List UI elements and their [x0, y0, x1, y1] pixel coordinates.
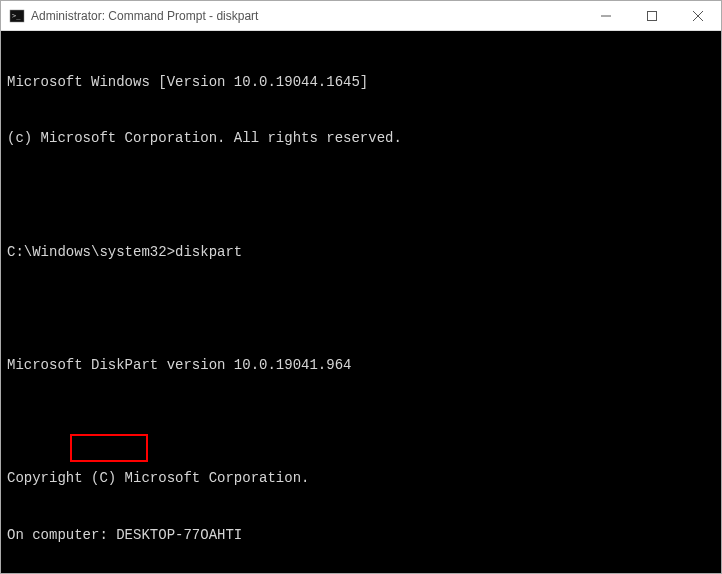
terminal-line: Copyright (C) Microsoft Corporation. [7, 469, 715, 488]
close-button[interactable] [675, 1, 721, 30]
annotation-highlight [70, 434, 148, 462]
svg-rect-3 [648, 11, 657, 20]
minimize-button[interactable] [583, 1, 629, 30]
app-icon: >_ [9, 8, 25, 24]
window-title: Administrator: Command Prompt - diskpart [31, 9, 583, 23]
terminal-line: Microsoft Windows [Version 10.0.19044.16… [7, 73, 715, 92]
terminal-line [7, 186, 715, 205]
command-prompt-window: >_ Administrator: Command Prompt - diskp… [0, 0, 722, 574]
titlebar[interactable]: >_ Administrator: Command Prompt - diskp… [1, 1, 721, 31]
terminal-area[interactable]: Microsoft Windows [Version 10.0.19044.16… [1, 31, 721, 573]
terminal-line [7, 299, 715, 318]
terminal-line [7, 413, 715, 432]
terminal-line: On computer: DESKTOP-77OAHTI [7, 526, 715, 545]
terminal-line: Microsoft DiskPart version 10.0.19041.96… [7, 356, 715, 375]
maximize-button[interactable] [629, 1, 675, 30]
terminal-line: C:\Windows\system32>diskpart [7, 243, 715, 262]
svg-text:>_: >_ [12, 12, 21, 20]
window-controls [583, 1, 721, 30]
terminal-line: (c) Microsoft Corporation. All rights re… [7, 129, 715, 148]
